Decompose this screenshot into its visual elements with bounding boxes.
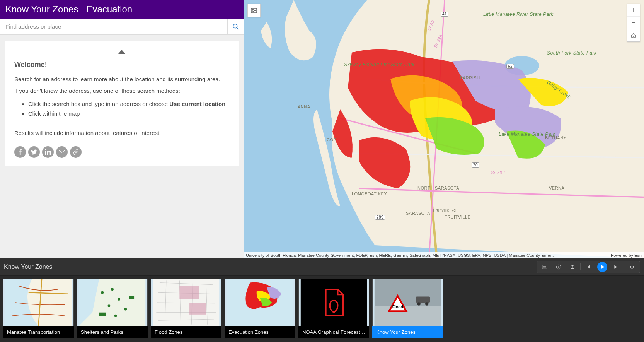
home-icon bbox=[631, 32, 636, 38]
welcome-bullets: Click the search box and type in an addr… bbox=[14, 99, 229, 119]
welcome-heading: Welcome! bbox=[14, 61, 229, 69]
thumbnail-image bbox=[151, 279, 221, 326]
thumbnail-0[interactable]: Manatee Transportation bbox=[3, 279, 74, 338]
map-label-parrish: PARRISH bbox=[460, 75, 480, 80]
next-button[interactable] bbox=[609, 262, 623, 272]
thumbnail-5[interactable]: FloodKnow Your Zones bbox=[372, 279, 443, 338]
svg-point-14 bbox=[118, 298, 120, 301]
thumbnail-3[interactable]: Evacuation Zones bbox=[225, 279, 295, 338]
map-label-verna: VERNA bbox=[549, 186, 564, 190]
play-icon bbox=[600, 264, 605, 270]
share-button[interactable] bbox=[566, 262, 579, 272]
thumbnail-caption: Know Your Zones bbox=[372, 326, 443, 338]
welcome-line1: Search for an address to learn more abou… bbox=[14, 75, 229, 84]
prev-icon bbox=[586, 264, 591, 270]
thumbnail-caption: Shelters and Parks bbox=[77, 326, 148, 338]
gallery-header: Know Your Zones A bbox=[0, 258, 644, 276]
map-label-fruitville-rd: Fruitville Rd bbox=[433, 208, 456, 212]
map-attribution: University of South Florida, Manatee Cou… bbox=[244, 252, 644, 258]
thumbnail-1[interactable]: Shelters and Parks bbox=[77, 279, 148, 338]
twitter-icon bbox=[31, 149, 37, 155]
next-icon bbox=[613, 264, 619, 270]
svg-point-0 bbox=[233, 24, 237, 28]
thumbnail-4[interactable]: NOAA Graphical Forecasts - bbox=[298, 279, 369, 338]
svg-point-31 bbox=[425, 302, 429, 306]
thumbnail-2[interactable]: Flood Zones bbox=[151, 279, 221, 338]
map-view[interactable]: Skyway Fishing Pier State Park Little Ma… bbox=[244, 0, 644, 258]
map-label-skyway: Skyway Fishing Pier State Park bbox=[344, 62, 414, 67]
powered-by-esri[interactable]: Powered by Esri bbox=[606, 253, 642, 258]
attribution-text: University of South Florida, Manatee Cou… bbox=[246, 253, 555, 258]
welcome-card: Welcome! Search for an address to learn … bbox=[5, 41, 239, 166]
thumbnail-image bbox=[3, 279, 74, 326]
share-link-button[interactable] bbox=[70, 146, 82, 158]
share-twitter-button[interactable] bbox=[28, 146, 40, 158]
list-icon bbox=[542, 264, 547, 270]
link-icon bbox=[73, 149, 79, 155]
email-icon bbox=[59, 149, 65, 155]
play-button[interactable] bbox=[597, 262, 607, 272]
svg-rect-22 bbox=[189, 303, 206, 315]
welcome-bullet-2: Click within the map bbox=[28, 109, 229, 119]
gallery-toolbar: A bbox=[537, 261, 640, 273]
basemap-gallery-button[interactable] bbox=[247, 4, 261, 17]
chevron-down-icon bbox=[629, 264, 635, 270]
map-label-sarasota: SARASOTA bbox=[406, 211, 430, 215]
thumbnail-image bbox=[225, 279, 295, 326]
map-label-longboat: LONGBOAT KEY bbox=[352, 192, 387, 196]
share-icons bbox=[14, 146, 229, 158]
svg-rect-21 bbox=[179, 286, 199, 299]
search-icon bbox=[232, 23, 239, 30]
svg-text:A: A bbox=[558, 266, 560, 268]
svg-point-4 bbox=[252, 9, 254, 10]
thumbnail-strip: Manatee TransportationShelters and Parks… bbox=[0, 276, 644, 342]
facebook-icon bbox=[17, 149, 23, 155]
svg-point-12 bbox=[101, 291, 104, 294]
svg-point-15 bbox=[108, 304, 111, 307]
svg-rect-5 bbox=[542, 265, 547, 269]
svg-point-16 bbox=[124, 308, 127, 311]
circle-a-icon: A bbox=[556, 264, 561, 270]
svg-text:Flood: Flood bbox=[392, 305, 403, 309]
expand-button[interactable] bbox=[625, 262, 639, 272]
share-linkedin-button[interactable] bbox=[42, 146, 54, 158]
map-label-north-sarasota: NORTH SARASOTA bbox=[417, 186, 459, 190]
gallery-title: Know Your Zones bbox=[4, 263, 52, 270]
legend-button[interactable] bbox=[538, 262, 552, 272]
home-extent-button[interactable] bbox=[627, 29, 640, 41]
share-facebook-button[interactable] bbox=[14, 146, 26, 158]
welcome-bullet-1: Click the search box and type in an addr… bbox=[28, 99, 229, 109]
route-shield-62: 62 bbox=[506, 64, 514, 69]
collapse-toggle[interactable] bbox=[14, 50, 229, 54]
thumbnail-image: Flood bbox=[372, 279, 443, 326]
share-icon bbox=[570, 264, 575, 270]
map-label-sr70e: Sr-70 E bbox=[491, 170, 507, 175]
prev-button[interactable] bbox=[581, 262, 595, 272]
map-label-bethany: BETHANY bbox=[545, 135, 566, 140]
svg-point-13 bbox=[111, 288, 114, 291]
zoom-out-button[interactable]: − bbox=[627, 17, 640, 29]
svg-rect-26 bbox=[375, 306, 441, 326]
thumbnail-caption: NOAA Graphical Forecasts - bbox=[298, 326, 369, 338]
route-shield-789: 789 bbox=[375, 215, 385, 220]
share-email-button[interactable] bbox=[56, 146, 68, 158]
zoom-controls: + − bbox=[627, 4, 640, 42]
thumbnail-caption: Flood Zones bbox=[151, 326, 221, 338]
zoom-in-button[interactable]: + bbox=[627, 4, 640, 17]
map-label-cor: COR bbox=[327, 137, 337, 142]
map-label-south-fork: South Fork State Park bbox=[547, 50, 597, 56]
thumbnail-caption: Manatee Transportation bbox=[3, 326, 74, 338]
search-input[interactable] bbox=[0, 19, 227, 34]
svg-point-17 bbox=[114, 315, 117, 317]
search-button[interactable] bbox=[227, 19, 244, 34]
svg-rect-24 bbox=[301, 279, 367, 326]
welcome-line2: If you don't know the address, use one o… bbox=[14, 87, 229, 95]
map-label-fruitville: FRUITVILLE bbox=[445, 215, 470, 219]
map-label-anna: ANNA bbox=[298, 104, 310, 109]
svg-rect-19 bbox=[129, 296, 134, 299]
welcome-results: Results will include information about f… bbox=[14, 129, 229, 137]
route-shield-70: 70 bbox=[472, 162, 479, 168]
thumbnail-image bbox=[298, 279, 369, 326]
about-button[interactable]: A bbox=[552, 262, 566, 272]
svg-line-1 bbox=[237, 27, 238, 29]
